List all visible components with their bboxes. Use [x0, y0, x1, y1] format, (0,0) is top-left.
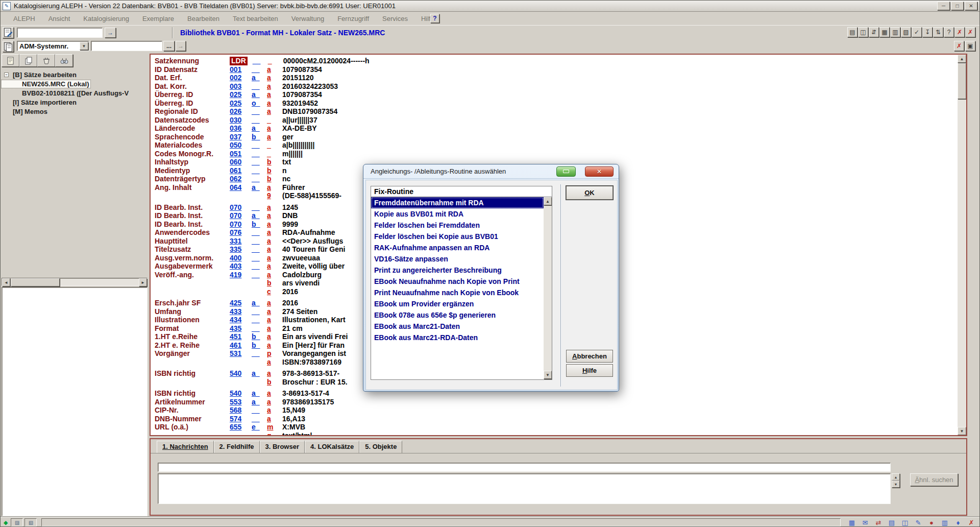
- tree-item[interactable]: − [I] Sätze importieren: [2, 98, 148, 107]
- field-value[interactable]: 20160324223053: [282, 82, 952, 91]
- field-indicator[interactable]: [252, 358, 267, 367]
- field-subfield[interactable]: a: [267, 307, 282, 316]
- field-subfield[interactable]: _: [267, 141, 282, 150]
- bottom-tab[interactable]: 5. Objekte: [359, 441, 402, 453]
- routine-option[interactable]: EBook aus Marc21-Daten: [371, 321, 544, 332]
- field-subfield[interactable]: a: [267, 316, 282, 324]
- field-subfield[interactable]: p: [267, 349, 282, 358]
- menu-item[interactable]: Services: [376, 13, 414, 24]
- mail-icon[interactable]: ✉: [860, 518, 870, 526]
- dialog-close-button[interactable]: ✕: [585, 166, 614, 177]
- field-indicator[interactable]: __: [252, 271, 267, 279]
- routine-option[interactable]: EBook um Provider ergänzen: [371, 298, 544, 309]
- field-subfield[interactable]: a: [267, 358, 282, 367]
- bottom-tab[interactable]: 4. LOKalsätze: [305, 441, 359, 453]
- field-indicator[interactable]: [252, 432, 267, 437]
- field-subfield[interactable]: a: [267, 406, 282, 415]
- field-tag[interactable]: 037: [230, 133, 252, 141]
- browse-button[interactable]: ...: [163, 41, 175, 51]
- routine-option[interactable]: EBook Neuaufnahme nach Kopie von Print: [371, 276, 544, 287]
- field-tag[interactable]: 001: [230, 65, 252, 74]
- field-subfield[interactable]: a: [267, 228, 282, 237]
- field-indicator[interactable]: __: [252, 116, 267, 125]
- field-subfield[interactable]: b: [267, 158, 282, 166]
- field-indicator[interactable]: __: [252, 324, 267, 333]
- field-tag[interactable]: 076: [230, 228, 252, 237]
- field-subfield[interactable]: a: [267, 254, 282, 262]
- columns-view-icon[interactable]: ▥: [890, 27, 900, 37]
- message-input[interactable]: [158, 463, 891, 472]
- bottom-tab[interactable]: 3. Browser: [260, 441, 305, 453]
- routine-settings-button[interactable]: [556, 166, 576, 177]
- menu-item[interactable]: Bearbeiten: [181, 13, 226, 24]
- field-indicator[interactable]: __: [252, 254, 267, 262]
- scroll-down-icon[interactable]: ▼: [958, 427, 966, 435]
- field-tag[interactable]: 425: [230, 299, 252, 307]
- field-indicator[interactable]: __: [252, 158, 267, 166]
- field-subfield[interactable]: a: [267, 415, 282, 423]
- field-tag[interactable]: [230, 279, 252, 288]
- maximize-button[interactable]: □: [951, 2, 964, 10]
- search-go-button[interactable]: →: [176, 41, 186, 51]
- field-subfield[interactable]: a: [267, 341, 282, 350]
- scroll-left-icon[interactable]: ◄: [2, 278, 10, 286]
- field-subfield[interactable]: a: [267, 74, 282, 82]
- tree-item[interactable]: − NEW265.MRC (Lokal): [2, 80, 148, 89]
- field-tag[interactable]: 060: [230, 158, 252, 166]
- field-subfield[interactable]: a: [267, 133, 282, 141]
- record-bar-icon[interactable]: [3, 27, 14, 38]
- tab-copy-records[interactable]: [19, 54, 37, 67]
- save-record-icon[interactable]: ↧: [922, 27, 933, 37]
- field-indicator[interactable]: [252, 279, 267, 288]
- field-tag[interactable]: 025: [230, 99, 252, 108]
- field-subfield[interactable]: a: [267, 299, 282, 307]
- field-subfield[interactable]: a: [267, 99, 282, 108]
- field-indicator[interactable]: b_: [252, 133, 267, 141]
- menu-item[interactable]: Katalogisierung: [77, 13, 136, 24]
- record-jump-input[interactable]: [17, 28, 103, 38]
- record-vertical-scrollbar[interactable]: ▲ ▼: [958, 55, 966, 435]
- spinner-up-icon[interactable]: ▲: [892, 473, 900, 481]
- field-subfield[interactable]: a: [267, 65, 282, 74]
- menu-item[interactable]: ALEPH: [7, 13, 42, 24]
- field-tag[interactable]: 419: [230, 271, 252, 279]
- field-subfield[interactable]: b: [267, 166, 282, 175]
- check-record-icon[interactable]: ✓: [912, 27, 922, 37]
- record-help-icon[interactable]: ?: [944, 27, 954, 37]
- field-tag[interactable]: 026: [230, 107, 252, 116]
- marker-icon[interactable]: ♦: [953, 518, 963, 526]
- help-button[interactable]: Hilfe: [566, 364, 613, 377]
- field-tag[interactable]: 400: [230, 254, 252, 262]
- routine-option[interactable]: EBook aus Marc21-RDA-Daten: [371, 332, 544, 343]
- field-indicator[interactable]: b_: [252, 220, 267, 229]
- field-tag[interactable]: 451: [230, 332, 252, 341]
- tree-expander-icon[interactable]: −: [4, 73, 9, 77]
- form-view-icon[interactable]: ▧: [901, 27, 911, 37]
- field-subfield[interactable]: a: [267, 271, 282, 279]
- field-indicator[interactable]: e_: [252, 423, 267, 432]
- scroll-up-icon[interactable]: ▲: [544, 197, 552, 205]
- field-value[interactable]: ger: [282, 133, 952, 141]
- field-value[interactable]: a|b|||||||||||: [282, 141, 952, 150]
- field-subfield[interactable]: a: [267, 262, 282, 271]
- field-indicator[interactable]: __: [252, 141, 267, 150]
- field-indicator[interactable]: __: [252, 349, 267, 358]
- field-subfield[interactable]: a: [267, 82, 282, 91]
- minimize-button[interactable]: ─: [937, 2, 950, 10]
- tree-item[interactable]: − BVB02-10108211 ([Der Ausflugs-V: [2, 89, 148, 98]
- routine-option[interactable]: Kopie aus BVB01 mit RDA: [371, 208, 544, 220]
- index-search-input[interactable]: [91, 41, 162, 51]
- spinner-down-icon[interactable]: ▼: [892, 481, 900, 488]
- field-tag[interactable]: 403: [230, 262, 252, 271]
- search-bar-icon[interactable]: [3, 41, 14, 52]
- field-indicator[interactable]: b_: [252, 341, 267, 350]
- field-indicator[interactable]: a_: [252, 299, 267, 307]
- field-tag[interactable]: 331: [230, 237, 252, 246]
- message-textarea[interactable]: [158, 473, 891, 504]
- close-record-icon[interactable]: ✗: [954, 27, 965, 37]
- field-subfield[interactable]: a: [267, 203, 282, 212]
- menu-item[interactable]: Fernzugriff: [331, 13, 376, 24]
- field-tag[interactable]: 030: [230, 116, 252, 125]
- field-subfield[interactable]: a: [267, 245, 282, 254]
- routine-option[interactable]: Fremddatenübernahme mit RDA: [371, 197, 544, 208]
